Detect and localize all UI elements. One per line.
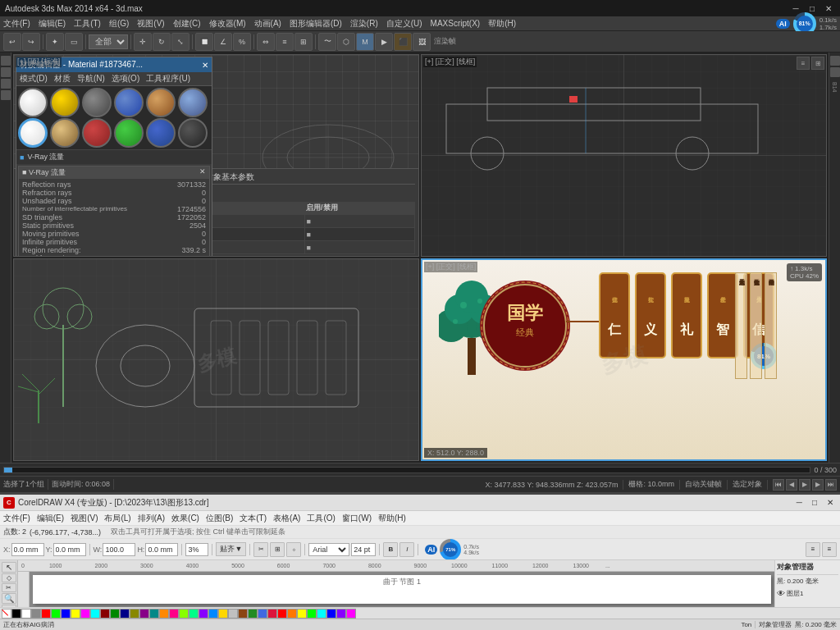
play-pause-button[interactable]: ▶ bbox=[799, 479, 810, 491]
cd-max-button[interactable]: □ bbox=[809, 498, 820, 507]
color-green[interactable] bbox=[51, 609, 61, 619]
no-fill-swatch[interactable] bbox=[2, 609, 11, 619]
cd-bold-icon[interactable]: B bbox=[383, 542, 398, 557]
zoom-input[interactable] bbox=[185, 543, 208, 556]
render-setup-button[interactable]: ▶ bbox=[375, 33, 393, 51]
timeline-track[interactable] bbox=[3, 467, 810, 473]
scale-button[interactable]: ⤡ bbox=[171, 33, 189, 51]
swatch-1[interactable] bbox=[50, 88, 80, 117]
coord-x-input[interactable] bbox=[11, 543, 44, 556]
color-azure[interactable] bbox=[208, 609, 218, 619]
color-cyan[interactable] bbox=[90, 609, 100, 619]
color-indigo[interactable] bbox=[199, 609, 208, 619]
color-crimson[interactable] bbox=[267, 609, 277, 619]
redo-button[interactable]: ↪ bbox=[22, 33, 40, 51]
swatch-9[interactable] bbox=[114, 118, 144, 148]
cd-menu-view[interactable]: 视图(V) bbox=[71, 513, 98, 524]
menu-edit[interactable]: 编辑(E) bbox=[39, 18, 66, 30]
color-gray[interactable] bbox=[31, 609, 41, 619]
material-editor-dialog[interactable]: 材质编辑器 - Material #1873467... ✕ 模式(D) 材质 … bbox=[16, 57, 212, 257]
end-button[interactable]: ⏭ bbox=[825, 479, 837, 491]
snap-button[interactable]: 贴齐▼ bbox=[216, 542, 246, 556]
cd-menu-edit[interactable]: 编辑(E) bbox=[37, 513, 64, 524]
color-rainbow-6[interactable] bbox=[326, 609, 336, 619]
cd-menu-bitmap[interactable]: 位图(B) bbox=[206, 513, 233, 524]
swatch-11[interactable] bbox=[178, 118, 208, 148]
cd-select-tool[interactable]: ↖ bbox=[2, 562, 16, 573]
cd-crop-tool[interactable]: ✂ bbox=[2, 583, 16, 592]
menu-render[interactable]: 渲染(R) bbox=[350, 18, 378, 30]
render-button[interactable]: ⬛ bbox=[394, 33, 412, 51]
cd-menu-effects[interactable]: 效果(C) bbox=[171, 513, 199, 524]
swatch-0[interactable] bbox=[18, 88, 48, 117]
mat-editor-close[interactable]: ✕ bbox=[202, 61, 208, 70]
menu-graph[interactable]: 图形编辑器(D) bbox=[290, 18, 342, 30]
menu-modifier[interactable]: 修改器(M) bbox=[209, 18, 246, 30]
right-icon-2[interactable] bbox=[830, 67, 840, 77]
swatch-8[interactable] bbox=[82, 118, 112, 148]
font-select[interactable]: Arial bbox=[308, 543, 349, 556]
rotate-button[interactable]: ↻ bbox=[153, 33, 171, 51]
menu-group[interactable]: 组(G) bbox=[109, 18, 129, 30]
mat-material[interactable]: 材质 bbox=[54, 73, 71, 84]
left-icon-2[interactable] bbox=[1, 67, 11, 77]
mat-options[interactable]: 选项(O) bbox=[112, 73, 139, 84]
cd-italic-icon[interactable]: I bbox=[399, 542, 414, 557]
cd-min-button[interactable]: ─ bbox=[793, 498, 806, 507]
color-red[interactable] bbox=[41, 609, 51, 619]
color-brown[interactable] bbox=[238, 609, 248, 619]
select-button[interactable]: ✦ bbox=[46, 33, 64, 51]
swatch-10[interactable] bbox=[146, 118, 176, 148]
cd-align-center[interactable]: ≡ bbox=[822, 542, 837, 557]
snap-button[interactable]: 🔲 bbox=[195, 33, 213, 51]
color-silver[interactable] bbox=[228, 609, 238, 619]
cd-menu-window[interactable]: 窗口(W) bbox=[342, 513, 372, 524]
color-darkgreen[interactable] bbox=[110, 609, 120, 619]
render-frame-button[interactable]: 🖼 bbox=[413, 33, 431, 51]
move-button[interactable]: ✛ bbox=[134, 33, 152, 51]
viewport-front[interactable]: [+] [正交] [线框] bbox=[421, 54, 827, 257]
cd-zoom-tool[interactable]: 🔍 bbox=[2, 593, 16, 604]
mat-mode[interactable]: 模式(D) bbox=[20, 73, 48, 84]
curve-editor-button[interactable]: 〜 bbox=[318, 33, 336, 51]
swatch-2[interactable] bbox=[82, 88, 112, 117]
right-icon-1[interactable] bbox=[830, 56, 840, 66]
cd-tool-3[interactable]: ⬦ bbox=[286, 542, 301, 557]
vp-maximize-icon[interactable]: ⊞ bbox=[811, 57, 824, 70]
color-yellow[interactable] bbox=[71, 609, 80, 619]
left-icon-4[interactable] bbox=[1, 90, 11, 100]
color-rainbow-2[interactable] bbox=[287, 609, 297, 619]
swatch-3[interactable] bbox=[114, 88, 144, 117]
color-rainbow-4[interactable] bbox=[307, 609, 317, 619]
view-select[interactable]: 全部 bbox=[89, 34, 128, 49]
cd-tool-1[interactable]: ✂ bbox=[253, 542, 268, 557]
cd-menu-file[interactable]: 文件(F) bbox=[3, 513, 30, 524]
cd-menu-layout[interactable]: 布局(L) bbox=[104, 513, 130, 524]
color-forestgreen[interactable] bbox=[248, 609, 258, 619]
color-teal[interactable] bbox=[149, 609, 159, 619]
color-royalblue[interactable] bbox=[258, 609, 267, 619]
color-darkblue[interactable] bbox=[120, 609, 130, 619]
material-editor-button[interactable]: M bbox=[356, 33, 374, 51]
color-rainbow-1[interactable] bbox=[277, 609, 287, 619]
mirror-button[interactable]: ⇔ bbox=[257, 33, 275, 51]
height-input[interactable] bbox=[145, 543, 178, 556]
cd-align-left[interactable]: ≡ bbox=[806, 542, 820, 557]
swatch-5[interactable] bbox=[178, 88, 208, 117]
play-button[interactable]: ⏮ bbox=[773, 479, 784, 491]
select-region-button[interactable]: ▭ bbox=[65, 33, 83, 51]
menu-maxscript[interactable]: MAXScript(X) bbox=[431, 19, 481, 28]
menu-view[interactable]: 视图(V) bbox=[137, 18, 164, 30]
layer-button[interactable]: ⊞ bbox=[294, 33, 313, 51]
vp-menu-icon[interactable]: ≡ bbox=[797, 57, 810, 70]
cd-menu-table[interactable]: 表格(A) bbox=[273, 513, 300, 524]
color-hotpink[interactable] bbox=[169, 609, 179, 619]
cd-menu-arrange[interactable]: 排列(A) bbox=[138, 513, 165, 524]
color-white[interactable] bbox=[21, 609, 31, 619]
font-size-input[interactable] bbox=[351, 543, 376, 556]
cd-tool-2[interactable]: ⊞ bbox=[270, 542, 285, 557]
color-orange[interactable] bbox=[159, 609, 169, 619]
mat-utils[interactable]: 工具程序(U) bbox=[146, 73, 190, 84]
color-purple[interactable] bbox=[139, 609, 149, 619]
swatch-6[interactable] bbox=[18, 118, 48, 148]
